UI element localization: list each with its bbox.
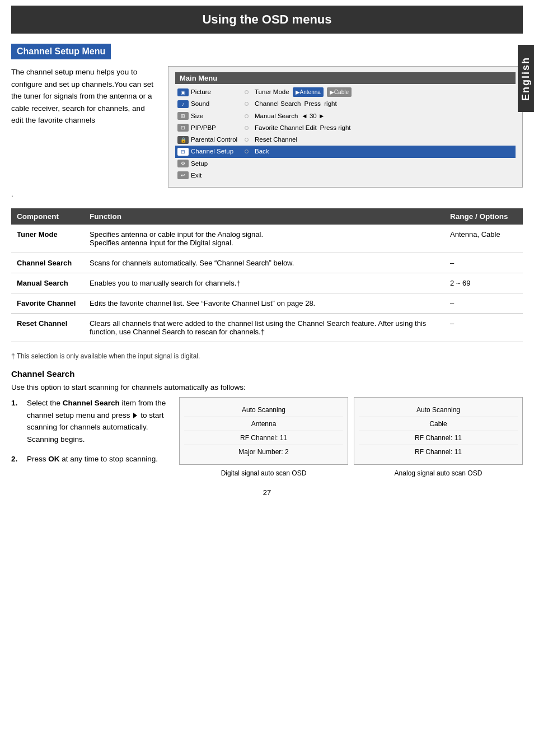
- osd-row-parental: 🔒 Parental Control Reset Channel: [175, 134, 516, 146]
- digital-scan-label: Digital signal auto scan OSD: [179, 469, 348, 477]
- osd-row-exit: ↩ Exit: [175, 170, 516, 181]
- range-manual-search: 2 ~ 69: [444, 273, 523, 293]
- scan-panels: Auto Scanning Antenna RF Channel: 11 Maj…: [179, 397, 523, 477]
- function-manual-search: Enables you to manually search for chann…: [84, 273, 444, 293]
- osd-channel-search-label: Channel Search: [255, 99, 301, 109]
- step-2-num: 2.: [11, 453, 22, 465]
- osd-row-size: ⊞ Size Manual Search ◄ 30 ►: [175, 110, 516, 122]
- range-channel-search: –: [444, 253, 523, 273]
- channel-setup-heading: Channel Setup Menu: [11, 44, 111, 59]
- channel-search-dot: [245, 102, 249, 106]
- arrow-right-icon: [133, 413, 137, 418]
- range-reset-channel: –: [444, 314, 523, 342]
- osd-label-setup: Setup: [191, 159, 208, 169]
- parental-icon: 🔒: [177, 136, 189, 144]
- manual-search-dot: [245, 114, 249, 118]
- component-reset-channel: Reset Channel: [11, 314, 84, 342]
- osd-row-sound: ♪ Sound Channel Search Press right: [175, 98, 516, 110]
- table-row: Manual Search Enables you to manually se…: [11, 273, 523, 293]
- osd-label-size: Size: [191, 111, 203, 121]
- reset-channel-dot: [245, 138, 249, 142]
- range-favorite-channel: –: [444, 293, 523, 314]
- osd-reset-channel-label: Reset Channel: [255, 135, 297, 144]
- step-1-content: Select the Channel Search item from the …: [27, 397, 168, 445]
- analog-rf-channel-2: RF Channel: 11: [359, 445, 518, 459]
- range-tuner-mode: Antenna, Cable: [444, 225, 523, 253]
- osd-label-channel-setup: Channel Setup: [191, 147, 233, 156]
- table-header-component: Component: [11, 208, 84, 225]
- component-channel-search: Channel Search: [11, 253, 84, 273]
- function-reset-channel: Clears all channels that were added to t…: [84, 314, 444, 342]
- component-manual-search: Manual Search: [11, 273, 84, 293]
- osd-label-exit: Exit: [191, 171, 202, 180]
- intro-area: The channel setup menu helps you to conf…: [11, 66, 523, 188]
- sound-icon: ♪: [177, 100, 189, 108]
- analog-auto-scanning: Auto Scanning: [359, 403, 518, 417]
- analog-cable: Cable: [359, 417, 518, 431]
- back-dot: [245, 150, 249, 153]
- osd-menu-rows: ▣ Picture Tuner Mode ▶Antenna ▶Cable ♪ S…: [175, 86, 516, 181]
- osd-row-setup: ⚙ Setup: [175, 158, 516, 170]
- setup-icon: ⚙: [177, 160, 189, 167]
- digital-auto-scanning: Auto Scanning: [184, 403, 343, 417]
- scan-labels-row: Digital signal auto scan OSD Analog sign…: [179, 469, 523, 477]
- digital-major-number: Major Number: 2: [184, 445, 343, 459]
- osd-row-channel-setup: ⊟ Channel Setup Back: [175, 146, 516, 157]
- channel-setup-icon: ⊟: [177, 148, 189, 156]
- osd-fav-channel-value: Press right: [320, 123, 351, 133]
- osd-back-label: Back: [255, 147, 269, 156]
- table-row: Tuner Mode Specifies antenna or cable in…: [11, 225, 523, 253]
- channel-search-desc: Use this option to start scanning for ch…: [11, 383, 523, 391]
- function-channel-search: Scans for channels automatically. See “C…: [84, 253, 444, 273]
- pip-icon: ⊡: [177, 124, 189, 132]
- fav-channel-dot: [245, 126, 249, 130]
- steps-text: 1. Select the Channel Search item from t…: [11, 397, 168, 473]
- table-header-function: Function: [84, 208, 444, 225]
- step-2-content: Press OK at any time to stop scanning.: [27, 453, 158, 465]
- cable-btn: ▶Cable: [327, 87, 352, 97]
- footnote: † This selection is only available when …: [11, 352, 523, 360]
- step-1: 1. Select the Channel Search item from t…: [11, 397, 168, 445]
- osd-menu-title: Main Menu: [175, 72, 516, 84]
- steps-area: 1. Select the Channel Search item from t…: [11, 397, 523, 477]
- picture-icon: ▣: [177, 88, 189, 96]
- osd-manual-search-label: Manual Search: [255, 111, 298, 121]
- table-row: Favorite Channel Edits the favorite chan…: [11, 293, 523, 314]
- dot-placeholder: .: [11, 190, 523, 198]
- table-row: Channel Search Scans for channels automa…: [11, 253, 523, 273]
- osd-channel-search-value: Press right: [304, 99, 336, 109]
- table-row: Reset Channel Clears all channels that w…: [11, 314, 523, 342]
- size-icon: ⊞: [177, 112, 189, 120]
- antenna-btn: ▶Antenna: [293, 87, 324, 97]
- channel-search-title: Channel Search: [11, 369, 523, 379]
- language-tab: English: [518, 45, 534, 112]
- osd-fav-channel-label: Favorite Channel Edit: [255, 123, 317, 133]
- digital-rf-channel: RF Channel: 11: [184, 431, 343, 445]
- table-header-range: Range / Options: [444, 208, 523, 225]
- osd-label-pip: PIP/PBP: [191, 123, 216, 133]
- digital-scan-panel: Auto Scanning Antenna RF Channel: 11 Maj…: [179, 397, 348, 465]
- osd-manual-search-value: ◄ 30 ►: [301, 111, 325, 121]
- scan-panels-row: Auto Scanning Antenna RF Channel: 11 Maj…: [179, 397, 523, 465]
- page-title: Using the OSD menus: [11, 6, 523, 34]
- page-number: 27: [0, 488, 534, 497]
- osd-label-picture: Picture: [191, 87, 211, 97]
- analog-scan-label: Analog signal auto scan OSD: [354, 469, 523, 477]
- tuner-mode-dot: [245, 90, 249, 94]
- analog-rf-channel-1: RF Channel: 11: [359, 431, 518, 445]
- component-table: Component Function Range / Options Tuner…: [11, 208, 523, 342]
- osd-row-picture: ▣ Picture Tuner Mode ▶Antenna ▶Cable: [175, 86, 516, 98]
- exit-icon: ↩: [177, 171, 189, 179]
- analog-scan-panel: Auto Scanning Cable RF Channel: 11 RF Ch…: [354, 397, 523, 465]
- component-tuner-mode: Tuner Mode: [11, 225, 84, 253]
- digital-antenna: Antenna: [184, 417, 343, 431]
- step-1-num: 1.: [11, 397, 22, 445]
- function-favorite-channel: Edits the favorite channel list. See “Fa…: [84, 293, 444, 314]
- intro-text: The channel setup menu helps you to conf…: [11, 66, 157, 188]
- osd-label-parental: Parental Control: [191, 135, 237, 144]
- footnote-text: † This selection is only available when …: [11, 352, 200, 360]
- function-tuner-mode: Specifies antenna or cable input for the…: [84, 225, 444, 253]
- osd-tuner-mode-label: Tuner Mode: [255, 87, 289, 97]
- component-favorite-channel: Favorite Channel: [11, 293, 84, 314]
- step-2: 2. Press OK at any time to stop scanning…: [11, 453, 168, 465]
